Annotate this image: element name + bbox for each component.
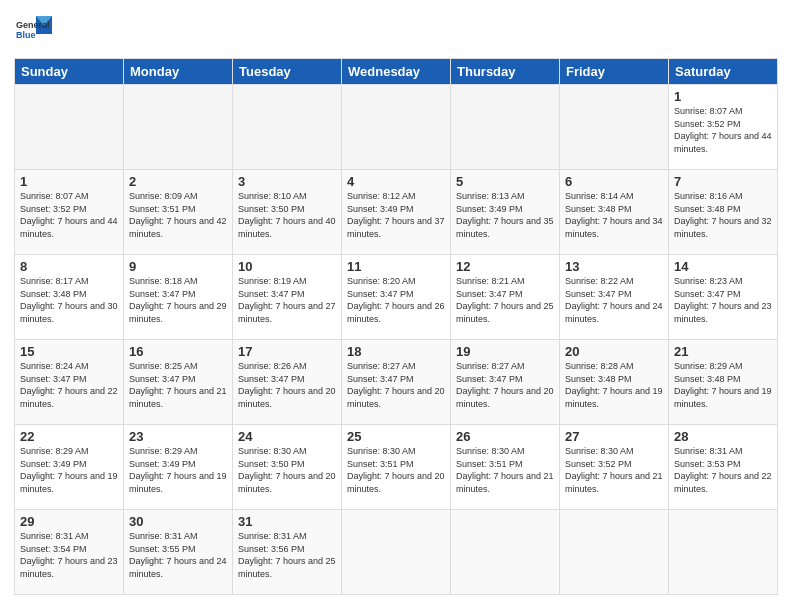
day-number: 5 [456, 174, 554, 189]
calendar-cell: 7Sunrise: 8:16 AMSunset: 3:48 PMDaylight… [669, 170, 778, 255]
day-info: Sunrise: 8:26 AMSunset: 3:47 PMDaylight:… [238, 360, 336, 410]
day-number: 6 [565, 174, 663, 189]
day-info: Sunrise: 8:18 AMSunset: 3:47 PMDaylight:… [129, 275, 227, 325]
day-number: 17 [238, 344, 336, 359]
logo-icon: General Blue [14, 12, 56, 50]
day-number: 26 [456, 429, 554, 444]
day-header-saturday: Saturday [669, 59, 778, 85]
page-container: General Blue SundayMondayTuesdayWednesda… [0, 0, 792, 612]
calendar-header-row: SundayMondayTuesdayWednesdayThursdayFrid… [15, 59, 778, 85]
day-info: Sunrise: 8:09 AMSunset: 3:51 PMDaylight:… [129, 190, 227, 240]
day-info: Sunrise: 8:30 AMSunset: 3:51 PMDaylight:… [456, 445, 554, 495]
day-info: Sunrise: 8:12 AMSunset: 3:49 PMDaylight:… [347, 190, 445, 240]
day-info: Sunrise: 8:31 AMSunset: 3:53 PMDaylight:… [674, 445, 772, 495]
day-info: Sunrise: 8:21 AMSunset: 3:47 PMDaylight:… [456, 275, 554, 325]
calendar-cell: 9Sunrise: 8:18 AMSunset: 3:47 PMDaylight… [124, 255, 233, 340]
day-header-sunday: Sunday [15, 59, 124, 85]
day-number: 11 [347, 259, 445, 274]
day-info: Sunrise: 8:07 AMSunset: 3:52 PMDaylight:… [20, 190, 118, 240]
day-number: 28 [674, 429, 772, 444]
day-header-tuesday: Tuesday [233, 59, 342, 85]
week-row-2: 1Sunrise: 8:07 AMSunset: 3:52 PMDaylight… [15, 170, 778, 255]
day-number: 27 [565, 429, 663, 444]
day-header-friday: Friday [560, 59, 669, 85]
day-number: 19 [456, 344, 554, 359]
day-info: Sunrise: 8:31 AMSunset: 3:56 PMDaylight:… [238, 530, 336, 580]
calendar-cell: 2Sunrise: 8:09 AMSunset: 3:51 PMDaylight… [124, 170, 233, 255]
day-info: Sunrise: 8:29 AMSunset: 3:48 PMDaylight:… [674, 360, 772, 410]
day-info: Sunrise: 8:22 AMSunset: 3:47 PMDaylight:… [565, 275, 663, 325]
day-number: 23 [129, 429, 227, 444]
day-number: 18 [347, 344, 445, 359]
day-info: Sunrise: 8:27 AMSunset: 3:47 PMDaylight:… [347, 360, 445, 410]
day-number: 1 [674, 89, 772, 104]
day-info: Sunrise: 8:27 AMSunset: 3:47 PMDaylight:… [456, 360, 554, 410]
calendar-cell: 1Sunrise: 8:07 AMSunset: 3:52 PMDaylight… [15, 170, 124, 255]
calendar-cell [451, 510, 560, 595]
week-row-5: 22Sunrise: 8:29 AMSunset: 3:49 PMDayligh… [15, 425, 778, 510]
calendar-cell: 30Sunrise: 8:31 AMSunset: 3:55 PMDayligh… [124, 510, 233, 595]
day-info: Sunrise: 8:17 AMSunset: 3:48 PMDaylight:… [20, 275, 118, 325]
calendar-cell [560, 85, 669, 170]
day-info: Sunrise: 8:23 AMSunset: 3:47 PMDaylight:… [674, 275, 772, 325]
day-number: 29 [20, 514, 118, 529]
calendar-cell [15, 85, 124, 170]
day-number: 22 [20, 429, 118, 444]
day-info: Sunrise: 8:30 AMSunset: 3:52 PMDaylight:… [565, 445, 663, 495]
day-number: 15 [20, 344, 118, 359]
day-info: Sunrise: 8:13 AMSunset: 3:49 PMDaylight:… [456, 190, 554, 240]
day-info: Sunrise: 8:20 AMSunset: 3:47 PMDaylight:… [347, 275, 445, 325]
week-row-6: 29Sunrise: 8:31 AMSunset: 3:54 PMDayligh… [15, 510, 778, 595]
calendar-cell [342, 510, 451, 595]
calendar-cell: 4Sunrise: 8:12 AMSunset: 3:49 PMDaylight… [342, 170, 451, 255]
week-row-3: 8Sunrise: 8:17 AMSunset: 3:48 PMDaylight… [15, 255, 778, 340]
day-info: Sunrise: 8:10 AMSunset: 3:50 PMDaylight:… [238, 190, 336, 240]
day-number: 31 [238, 514, 336, 529]
calendar-cell: 27Sunrise: 8:30 AMSunset: 3:52 PMDayligh… [560, 425, 669, 510]
day-number: 3 [238, 174, 336, 189]
calendar-cell: 15Sunrise: 8:24 AMSunset: 3:47 PMDayligh… [15, 340, 124, 425]
calendar-cell: 20Sunrise: 8:28 AMSunset: 3:48 PMDayligh… [560, 340, 669, 425]
calendar-cell: 16Sunrise: 8:25 AMSunset: 3:47 PMDayligh… [124, 340, 233, 425]
calendar-cell: 11Sunrise: 8:20 AMSunset: 3:47 PMDayligh… [342, 255, 451, 340]
calendar-cell [451, 85, 560, 170]
day-number: 7 [674, 174, 772, 189]
day-number: 4 [347, 174, 445, 189]
calendar-cell: 18Sunrise: 8:27 AMSunset: 3:47 PMDayligh… [342, 340, 451, 425]
day-number: 8 [20, 259, 118, 274]
day-number: 30 [129, 514, 227, 529]
week-row-1: 1Sunrise: 8:07 AMSunset: 3:52 PMDaylight… [15, 85, 778, 170]
day-header-thursday: Thursday [451, 59, 560, 85]
day-number: 13 [565, 259, 663, 274]
week-row-4: 15Sunrise: 8:24 AMSunset: 3:47 PMDayligh… [15, 340, 778, 425]
calendar-cell [233, 85, 342, 170]
calendar-cell: 1Sunrise: 8:07 AMSunset: 3:52 PMDaylight… [669, 85, 778, 170]
day-info: Sunrise: 8:16 AMSunset: 3:48 PMDaylight:… [674, 190, 772, 240]
day-number: 9 [129, 259, 227, 274]
day-info: Sunrise: 8:14 AMSunset: 3:48 PMDaylight:… [565, 190, 663, 240]
calendar-cell: 28Sunrise: 8:31 AMSunset: 3:53 PMDayligh… [669, 425, 778, 510]
day-number: 16 [129, 344, 227, 359]
day-info: Sunrise: 8:30 AMSunset: 3:51 PMDaylight:… [347, 445, 445, 495]
day-number: 2 [129, 174, 227, 189]
calendar-cell: 13Sunrise: 8:22 AMSunset: 3:47 PMDayligh… [560, 255, 669, 340]
day-number: 24 [238, 429, 336, 444]
calendar-cell: 26Sunrise: 8:30 AMSunset: 3:51 PMDayligh… [451, 425, 560, 510]
calendar-cell [560, 510, 669, 595]
calendar-cell: 8Sunrise: 8:17 AMSunset: 3:48 PMDaylight… [15, 255, 124, 340]
calendar-cell [124, 85, 233, 170]
svg-text:General: General [16, 20, 50, 30]
day-info: Sunrise: 8:25 AMSunset: 3:47 PMDaylight:… [129, 360, 227, 410]
day-number: 14 [674, 259, 772, 274]
svg-text:Blue: Blue [16, 30, 36, 40]
calendar-cell: 5Sunrise: 8:13 AMSunset: 3:49 PMDaylight… [451, 170, 560, 255]
calendar-cell: 14Sunrise: 8:23 AMSunset: 3:47 PMDayligh… [669, 255, 778, 340]
day-header-monday: Monday [124, 59, 233, 85]
calendar-cell: 10Sunrise: 8:19 AMSunset: 3:47 PMDayligh… [233, 255, 342, 340]
calendar-cell: 22Sunrise: 8:29 AMSunset: 3:49 PMDayligh… [15, 425, 124, 510]
day-info: Sunrise: 8:31 AMSunset: 3:54 PMDaylight:… [20, 530, 118, 580]
calendar-cell: 24Sunrise: 8:30 AMSunset: 3:50 PMDayligh… [233, 425, 342, 510]
day-number: 1 [20, 174, 118, 189]
calendar-cell: 17Sunrise: 8:26 AMSunset: 3:47 PMDayligh… [233, 340, 342, 425]
day-header-wednesday: Wednesday [342, 59, 451, 85]
